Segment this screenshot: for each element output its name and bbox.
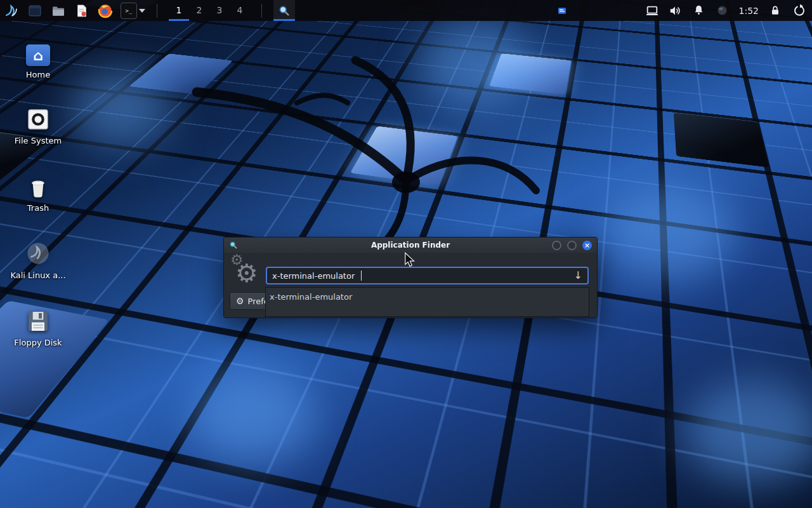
window-body: ⚙ ⚙ x-terminal-emulator ↓ ⚙ Preferences … [224,253,597,318]
panel-separator [157,4,157,18]
notifications-bell-icon[interactable] [692,4,706,18]
wallpaper-glow [70,70,171,146]
window-titlebar[interactable]: Application Finder × [224,237,597,253]
cube-tile [674,112,769,168]
completion-popup: x-terminal-emulator [265,287,589,317]
file-system-icon [9,102,67,132]
kali-disc-icon [9,236,67,267]
panel-right-cluster: 1:52 [557,4,812,18]
search-input-value: x-terminal-emulator [272,271,355,281]
taskbar-application-finder[interactable] [273,0,295,21]
dropdown-arrow-icon[interactable]: ↓ [574,271,582,281]
minimize-button[interactable] [552,241,561,250]
house-glyph: ⌂ [33,48,43,64]
preferences-gear-icon: ⚙ ⚙ [233,254,265,290]
workspace-2[interactable]: 2 [189,0,209,21]
workspace-3[interactable]: 3 [209,0,230,21]
terminal-icon[interactable]: >_ [121,3,137,19]
terminal-launcher-group: >_ [121,3,145,19]
search-input[interactable]: x-terminal-emulator ↓ [266,267,589,284]
status-blue-icon[interactable] [557,5,568,16]
floppy-disk-icon [9,304,67,334]
magnifier-icon [278,4,291,17]
power-restart-icon[interactable] [792,4,806,18]
desktop-icon-label: Kali Linux a... [9,271,67,280]
application-finder-icon [229,241,238,250]
desktop-icon-trash[interactable]: Trash [9,169,67,213]
completion-item[interactable]: x-terminal-emulator [270,292,585,302]
text-editor-icon[interactable] [74,3,90,19]
top-panel: >_ 1 2 3 4 [0,0,812,21]
workspace-1[interactable]: 1 [169,0,189,21]
workspace-4[interactable]: 4 [230,0,250,21]
firefox-icon[interactable] [97,3,114,19]
application-finder-window: Application Finder × ⚙ ⚙ x-terminal-emul… [223,237,598,318]
desktop-icon-label: File System [9,136,67,145]
home-icon: ⌂ [9,36,67,66]
dark-window-icon[interactable] [27,3,43,19]
desktop-icon-label: Home [9,70,67,79]
tray-spacer [577,10,636,11]
desktop-icon-kali-linux[interactable]: Kali Linux a... [9,236,67,280]
window-title: Application Finder [224,241,597,250]
chevron-down-icon[interactable] [139,9,145,13]
close-button[interactable]: × [582,241,592,250]
workspace-switcher: 1 2 3 4 [169,0,250,21]
clock[interactable]: 1:52 [739,6,759,16]
maximize-button[interactable] [567,241,577,250]
kali-menu-icon[interactable] [3,3,20,19]
trash-icon [9,169,67,199]
panel-separator [261,4,262,18]
volume-icon[interactable] [669,4,683,18]
gear-glyph-big: ⚙ [235,260,258,286]
desktop-icon-home[interactable]: ⌂ Home [9,36,67,79]
panel-left-cluster: >_ 1 2 3 4 [0,0,295,21]
wallpaper-glow [190,368,317,464]
status-circle-icon[interactable] [716,4,730,18]
gear-icon: ⚙ [236,296,244,306]
lock-icon[interactable] [768,4,782,18]
file-manager-icon[interactable] [50,3,67,19]
text-caret [361,271,362,281]
display-icon[interactable] [645,4,659,18]
desktop-icon-file-system[interactable]: File System [9,102,67,145]
desktop-icon-label: Floppy Disk [9,338,67,347]
window-controls: × [552,241,597,250]
terminal-prompt-glyph: >_ [126,8,133,14]
desktop-icon-label: Trash [9,203,67,213]
desktop-icon-floppy-disk[interactable]: Floppy Disk [9,304,67,347]
